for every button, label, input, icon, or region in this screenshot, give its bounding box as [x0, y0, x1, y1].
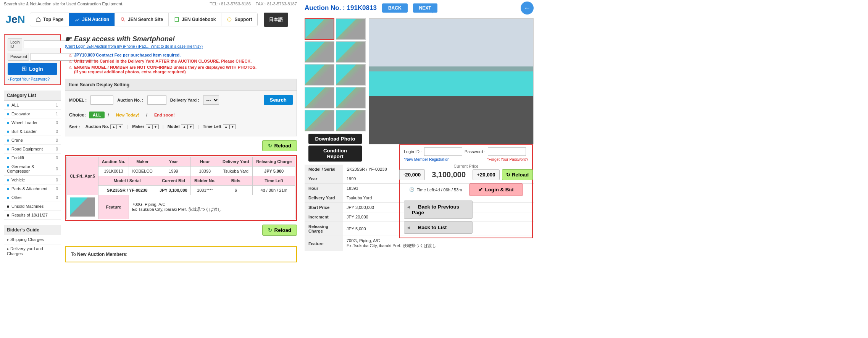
category-item[interactable]: Generator & Compressor0: [4, 162, 61, 176]
delivery-yard-label: Delivery Yard :: [170, 98, 199, 102]
spec-key: Start Price: [305, 203, 343, 212]
nav-top-page[interactable]: Top Page: [30, 13, 69, 26]
thumbnail[interactable]: [305, 18, 334, 40]
choice-end-soon[interactable]: End soon!: [150, 112, 179, 118]
guide-item[interactable]: Shipping Charges: [4, 235, 61, 244]
lang-japanese-button[interactable]: 日本語: [264, 13, 288, 27]
decrement-button[interactable]: -20,000: [399, 169, 425, 180]
choice-all[interactable]: ALL: [89, 112, 105, 118]
sort-asc[interactable]: ▲: [181, 125, 187, 129]
category-item[interactable]: Results of 18/11/27: [4, 211, 61, 220]
reload-button[interactable]: ↻Reload: [262, 140, 297, 151]
spec-key: Releasing Charge: [305, 222, 343, 236]
thumbnail[interactable]: [305, 110, 334, 131]
reload-button[interactable]: ↻Reload: [262, 225, 297, 236]
login-button[interactable]: ⚿Login: [8, 63, 57, 75]
category-item[interactable]: Other0: [4, 193, 61, 202]
return-arrow-button[interactable]: ←: [521, 2, 534, 15]
back-button[interactable]: BACK: [382, 3, 408, 13]
delivery-yard-select[interactable]: ---: [203, 95, 219, 105]
nav-jen-search[interactable]: JEN Search Site: [115, 13, 169, 26]
category-item[interactable]: Crane0: [4, 136, 61, 145]
nav-jen-auction[interactable]: JEN Auction: [69, 13, 115, 26]
feature-cell: 700G, Piping, A/C Ex-Tsukuba City, ibara…: [129, 195, 295, 219]
sort-desc[interactable]: ▼: [187, 125, 194, 129]
pointing-hand-icon: ☛: [65, 34, 72, 44]
main-nav: Top Page JEN Auction JEN Search Site JEN…: [30, 13, 258, 26]
svg-point-0: [121, 18, 124, 20]
thumbnail[interactable]: [305, 41, 334, 63]
thumbnail[interactable]: [336, 18, 366, 40]
sort-desc[interactable]: ▼: [229, 125, 236, 129]
bullet-icon: [7, 205, 9, 208]
bullet-icon: [7, 214, 9, 217]
thumbnail[interactable]: [305, 64, 334, 86]
bid-login-id-input[interactable]: [424, 147, 462, 156]
thumbnail[interactable]: [336, 87, 366, 108]
new-member-link[interactable]: *New Member Registration: [404, 157, 450, 162]
thumbnail[interactable]: [336, 41, 366, 63]
reload-icon: ↻: [268, 227, 272, 233]
category-item[interactable]: ALL1: [4, 101, 61, 110]
category-item[interactable]: Road Equipment0: [4, 145, 61, 154]
spec-key: Delivery Yard: [305, 193, 343, 203]
category-item[interactable]: Forklift0: [4, 154, 61, 162]
back-to-list-button[interactable]: Back to List: [404, 221, 473, 234]
warning-icon: △: [69, 53, 72, 57]
sort-row: Sort : Auction No.▲▼|Maker▲▼|Model▲▼|Tim…: [65, 121, 297, 132]
guide-list: Shipping ChargesDelivery yard and Charge…: [4, 235, 61, 258]
bullet-icon: [7, 131, 9, 133]
category-item[interactable]: Wheel Loader0: [4, 118, 61, 127]
increment-button[interactable]: +20,000: [473, 169, 500, 180]
item-thumbnail[interactable]: [67, 195, 98, 219]
bullet-icon: [7, 166, 9, 168]
price-reload-button[interactable]: ↻Reload: [502, 169, 533, 180]
bid-password-input[interactable]: [488, 147, 526, 156]
login-and-bid-button[interactable]: ✔Login & Bid: [469, 183, 523, 196]
notice-text: JPY10,000 Contract Fee per purchased ite…: [74, 53, 181, 57]
svg-point-2: [228, 18, 231, 21]
time-left-text: Time Left:4d / 06h / 53m: [417, 188, 462, 192]
model-input[interactable]: [90, 95, 113, 105]
reload-icon: ↻: [506, 172, 510, 178]
main-photo[interactable]: [369, 18, 534, 144]
next-button[interactable]: NEXT: [413, 3, 437, 13]
thumbnail[interactable]: [336, 64, 366, 86]
key-icon: ⚿: [22, 66, 27, 72]
sort-asc[interactable]: ▲: [146, 125, 152, 129]
download-photo-button[interactable]: Download Photo: [308, 134, 362, 144]
smartphone-help-link[interactable]: (Can't Login JEN Auction from my iPhone …: [65, 44, 203, 49]
condition-report-button[interactable]: Condition Report: [308, 146, 362, 162]
spec-key: Increment: [305, 212, 343, 222]
category-item[interactable]: Bull & Loader0: [4, 127, 61, 136]
sort-desc[interactable]: ▼: [152, 125, 159, 129]
photo-thumbnails: [305, 18, 366, 131]
sort-asc[interactable]: ▲: [223, 125, 229, 129]
sort-desc[interactable]: ▼: [117, 125, 123, 129]
close-date-cell: CL:Fri.,Apr.5: [67, 157, 98, 195]
forgot-password-link[interactable]: › Forgot Your Password?: [8, 77, 57, 81]
choice-new-today[interactable]: New Today!: [112, 112, 143, 118]
category-item[interactable]: Parts & Attachment0: [4, 184, 61, 193]
nav-jen-guidebook[interactable]: JEN Guidebook: [169, 13, 221, 26]
auction-no-label: Auction No. :: [117, 98, 143, 102]
search-panel-title: Item Search Display Setting: [65, 79, 297, 91]
notice-text: ENGINE MODEL / NUMBER are NOT CONFIRMED …: [74, 65, 257, 70]
back-previous-page-button[interactable]: Back to Previous Page: [404, 201, 473, 219]
nav-support[interactable]: Support: [221, 13, 257, 26]
bullet-icon: [7, 104, 9, 107]
smartphone-heading: ☛ Easy access with Smartphone!: [65, 34, 297, 44]
thumbnail[interactable]: [305, 87, 334, 108]
sort-asc[interactable]: ▲: [110, 125, 117, 129]
thumbnail[interactable]: [336, 110, 366, 131]
category-item[interactable]: Vehicle0: [4, 176, 61, 184]
bullet-icon: [7, 197, 9, 199]
search-panel: Item Search Display Setting MODEL : Auct…: [65, 79, 297, 136]
guide-item[interactable]: Delivery yard and Charges: [4, 244, 61, 258]
category-item[interactable]: Excavator1: [4, 110, 61, 118]
category-item[interactable]: Unsold Machines: [4, 202, 61, 211]
current-price-label: Current Price: [404, 164, 528, 168]
search-button[interactable]: Search: [264, 95, 293, 105]
auction-no-input[interactable]: [147, 95, 166, 105]
forget-password-link[interactable]: *Forget Your Password?: [487, 157, 528, 162]
